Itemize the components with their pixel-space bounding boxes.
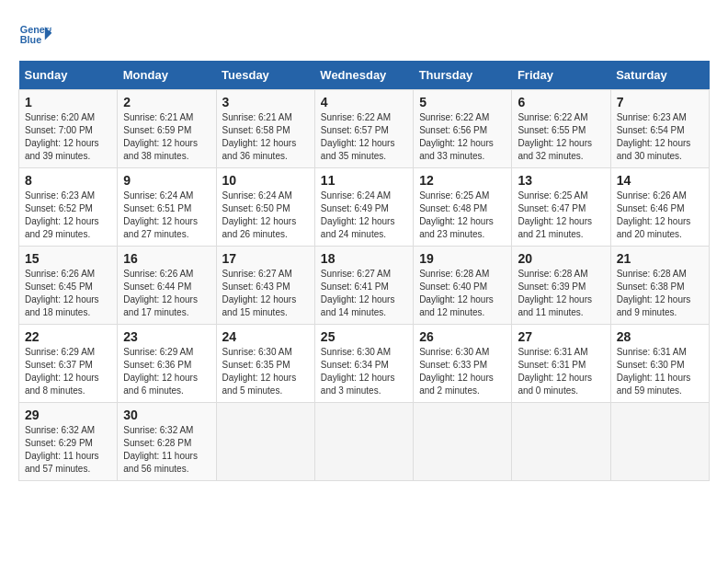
calendar-week-row: 8 Sunrise: 6:23 AMSunset: 6:52 PMDayligh… [19, 168, 710, 247]
day-number: 18 [321, 251, 407, 266]
day-cell-20: 20 Sunrise: 6:28 AMSunset: 6:39 PMDaylig… [512, 247, 610, 325]
calendar-week-row: 15 Sunrise: 6:26 AMSunset: 6:45 PMDaylig… [19, 247, 710, 325]
day-number: 3 [222, 95, 309, 109]
day-info: Sunrise: 6:22 AMSunset: 6:56 PMDaylight:… [419, 112, 494, 161]
day-number: 19 [419, 251, 506, 266]
day-cell-29: 29 Sunrise: 6:32 AMSunset: 6:29 PMDaylig… [19, 403, 118, 481]
day-number: 7 [617, 95, 703, 109]
weekday-header-wednesday: Wednesday [314, 61, 413, 90]
day-info: Sunrise: 6:25 AMSunset: 6:48 PMDaylight:… [419, 190, 494, 239]
day-info: Sunrise: 6:21 AMSunset: 6:58 PMDaylight:… [222, 112, 297, 161]
calendar-week-row: 22 Sunrise: 6:29 AMSunset: 6:37 PMDaylig… [19, 325, 710, 403]
day-info: Sunrise: 6:27 AMSunset: 6:41 PMDaylight:… [321, 269, 395, 317]
empty-cell [314, 403, 413, 481]
weekday-header-saturday: Saturday [610, 61, 709, 90]
day-number: 14 [617, 173, 703, 188]
day-cell-15: 15 Sunrise: 6:26 AMSunset: 6:45 PMDaylig… [19, 247, 118, 325]
calendar-week-row: 1 Sunrise: 6:20 AMSunset: 7:00 PMDayligh… [19, 90, 710, 168]
day-number: 16 [123, 251, 210, 266]
day-info: Sunrise: 6:26 AMSunset: 6:44 PMDaylight:… [123, 269, 198, 317]
day-info: Sunrise: 6:31 AMSunset: 6:31 PMDaylight:… [518, 347, 592, 396]
day-number: 4 [321, 95, 407, 109]
weekday-header-thursday: Thursday [414, 61, 512, 90]
day-cell-11: 11 Sunrise: 6:24 AMSunset: 6:49 PMDaylig… [314, 168, 413, 247]
day-info: Sunrise: 6:30 AMSunset: 6:33 PMDaylight:… [419, 347, 494, 396]
day-info: Sunrise: 6:25 AMSunset: 6:47 PMDaylight:… [518, 190, 592, 239]
weekday-header-tuesday: Tuesday [216, 61, 314, 90]
logo-icon: General Blue [18, 18, 51, 52]
day-info: Sunrise: 6:28 AMSunset: 6:39 PMDaylight:… [518, 269, 592, 317]
weekday-header-friday: Friday [512, 61, 610, 90]
day-cell-19: 19 Sunrise: 6:28 AMSunset: 6:40 PMDaylig… [414, 247, 512, 325]
day-info: Sunrise: 6:27 AMSunset: 6:43 PMDaylight:… [222, 269, 297, 317]
day-cell-7: 7 Sunrise: 6:23 AMSunset: 6:54 PMDayligh… [610, 90, 709, 168]
weekday-header-sunday: Sunday [19, 61, 118, 90]
day-cell-27: 27 Sunrise: 6:31 AMSunset: 6:31 PMDaylig… [512, 325, 610, 403]
day-number: 15 [25, 251, 111, 266]
day-cell-21: 21 Sunrise: 6:28 AMSunset: 6:38 PMDaylig… [610, 247, 709, 325]
day-info: Sunrise: 6:31 AMSunset: 6:30 PMDaylight:… [617, 347, 691, 396]
day-number: 11 [321, 173, 407, 188]
day-cell-30: 30 Sunrise: 6:32 AMSunset: 6:28 PMDaylig… [118, 403, 216, 481]
day-number: 8 [25, 173, 111, 188]
day-info: Sunrise: 6:26 AMSunset: 6:45 PMDaylight:… [25, 269, 99, 317]
day-cell-25: 25 Sunrise: 6:30 AMSunset: 6:34 PMDaylig… [314, 325, 413, 403]
day-cell-8: 8 Sunrise: 6:23 AMSunset: 6:52 PMDayligh… [19, 168, 118, 247]
weekday-header-row: SundayMondayTuesdayWednesdayThursdayFrid… [19, 61, 710, 90]
day-cell-18: 18 Sunrise: 6:27 AMSunset: 6:41 PMDaylig… [314, 247, 413, 325]
calendar-week-row: 29 Sunrise: 6:32 AMSunset: 6:29 PMDaylig… [19, 403, 710, 481]
day-number: 26 [419, 329, 506, 344]
day-number: 21 [617, 251, 703, 266]
empty-cell [512, 403, 610, 481]
day-cell-13: 13 Sunrise: 6:25 AMSunset: 6:47 PMDaylig… [512, 168, 610, 247]
day-info: Sunrise: 6:21 AMSunset: 6:59 PMDaylight:… [123, 112, 198, 161]
day-number: 27 [518, 329, 604, 344]
day-number: 22 [25, 329, 111, 344]
day-cell-10: 10 Sunrise: 6:24 AMSunset: 6:50 PMDaylig… [216, 168, 314, 247]
day-number: 25 [321, 329, 407, 344]
weekday-header-monday: Monday [118, 61, 216, 90]
day-cell-14: 14 Sunrise: 6:26 AMSunset: 6:46 PMDaylig… [610, 168, 709, 247]
day-cell-2: 2 Sunrise: 6:21 AMSunset: 6:59 PMDayligh… [118, 90, 216, 168]
day-number: 30 [123, 408, 210, 422]
day-number: 5 [419, 95, 506, 109]
day-cell-4: 4 Sunrise: 6:22 AMSunset: 6:57 PMDayligh… [314, 90, 413, 168]
day-cell-17: 17 Sunrise: 6:27 AMSunset: 6:43 PMDaylig… [216, 247, 314, 325]
day-cell-6: 6 Sunrise: 6:22 AMSunset: 6:55 PMDayligh… [512, 90, 610, 168]
day-info: Sunrise: 6:26 AMSunset: 6:46 PMDaylight:… [617, 190, 691, 239]
day-info: Sunrise: 6:22 AMSunset: 6:55 PMDaylight:… [518, 112, 592, 161]
day-number: 1 [25, 95, 111, 109]
day-number: 23 [123, 329, 210, 344]
day-info: Sunrise: 6:32 AMSunset: 6:29 PMDaylight:… [25, 425, 99, 474]
day-info: Sunrise: 6:23 AMSunset: 6:54 PMDaylight:… [617, 112, 691, 161]
day-number: 10 [222, 173, 309, 188]
day-cell-9: 9 Sunrise: 6:24 AMSunset: 6:51 PMDayligh… [118, 168, 216, 247]
day-number: 12 [419, 173, 506, 188]
day-cell-23: 23 Sunrise: 6:29 AMSunset: 6:36 PMDaylig… [118, 325, 216, 403]
day-info: Sunrise: 6:24 AMSunset: 6:50 PMDaylight:… [222, 190, 297, 239]
day-cell-1: 1 Sunrise: 6:20 AMSunset: 7:00 PMDayligh… [19, 90, 118, 168]
day-cell-24: 24 Sunrise: 6:30 AMSunset: 6:35 PMDaylig… [216, 325, 314, 403]
day-info: Sunrise: 6:23 AMSunset: 6:52 PMDaylight:… [25, 190, 99, 239]
day-cell-22: 22 Sunrise: 6:29 AMSunset: 6:37 PMDaylig… [19, 325, 118, 403]
day-info: Sunrise: 6:29 AMSunset: 6:37 PMDaylight:… [25, 347, 99, 396]
svg-text:Blue: Blue [20, 34, 41, 45]
page-header: General Blue [18, 18, 710, 52]
day-number: 24 [222, 329, 309, 344]
empty-cell [216, 403, 314, 481]
day-info: Sunrise: 6:22 AMSunset: 6:57 PMDaylight:… [321, 112, 395, 161]
day-info: Sunrise: 6:32 AMSunset: 6:28 PMDaylight:… [123, 425, 198, 474]
day-cell-16: 16 Sunrise: 6:26 AMSunset: 6:44 PMDaylig… [118, 247, 216, 325]
day-info: Sunrise: 6:28 AMSunset: 6:38 PMDaylight:… [617, 269, 691, 317]
day-number: 29 [25, 408, 111, 422]
day-info: Sunrise: 6:28 AMSunset: 6:40 PMDaylight:… [419, 269, 494, 317]
empty-cell [610, 403, 709, 481]
day-info: Sunrise: 6:29 AMSunset: 6:36 PMDaylight:… [123, 347, 198, 396]
day-cell-12: 12 Sunrise: 6:25 AMSunset: 6:48 PMDaylig… [414, 168, 512, 247]
day-info: Sunrise: 6:24 AMSunset: 6:51 PMDaylight:… [123, 190, 198, 239]
day-number: 17 [222, 251, 309, 266]
day-number: 6 [518, 95, 604, 109]
day-number: 20 [518, 251, 604, 266]
day-number: 2 [123, 95, 210, 109]
day-info: Sunrise: 6:24 AMSunset: 6:49 PMDaylight:… [321, 190, 395, 239]
